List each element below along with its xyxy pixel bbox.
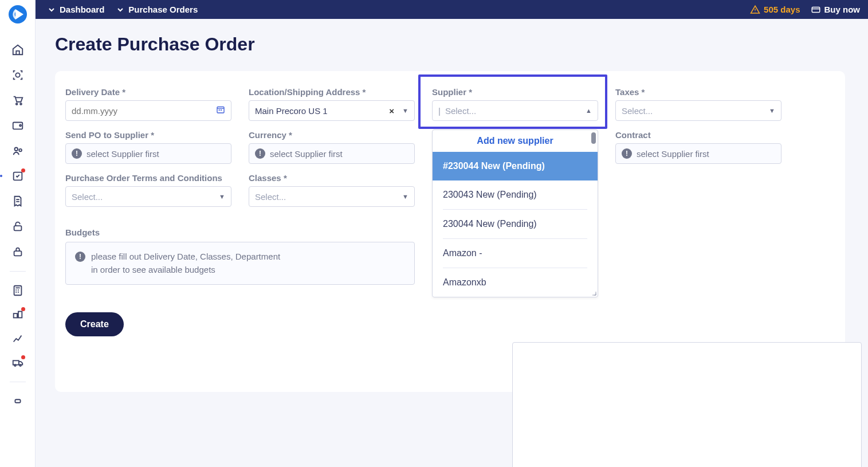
label-location: Location/Shipping Address * <box>249 87 415 97</box>
svg-point-7 <box>19 149 22 152</box>
receipt-icon[interactable] <box>11 194 25 208</box>
add-new-supplier-link[interactable]: Add new supplier <box>433 130 598 152</box>
delivery-date-input[interactable] <box>65 100 231 121</box>
trial-warning[interactable]: 505 days <box>750 5 800 15</box>
taxes-select[interactable]: Select... ▼ <box>615 100 781 121</box>
more-icon[interactable] <box>11 394 25 408</box>
resize-grip-icon[interactable] <box>590 289 596 296</box>
delivery-date-text[interactable] <box>72 106 211 116</box>
chevron-down-icon: ▼ <box>219 193 225 200</box>
field-delivery-date: Delivery Date * <box>65 87 231 121</box>
supplier-option[interactable]: #230044 New (Pending) <box>433 152 598 180</box>
home-icon[interactable] <box>11 43 25 57</box>
chevron-down-icon: ▼ <box>402 193 409 200</box>
clear-icon[interactable]: × <box>386 106 398 116</box>
inventory-icon[interactable] <box>11 308 25 321</box>
chevron-down-icon: ▼ <box>769 107 775 114</box>
warning-text: 505 days <box>764 5 800 14</box>
contract-input: ! select Supplier first <box>615 143 781 164</box>
create-button[interactable]: Create <box>65 312 124 336</box>
field-supplier: Supplier * | Select... ▲ Add new supplie… <box>432 87 598 121</box>
budgets-label: Budgets <box>65 227 415 237</box>
supplier-cursor: | <box>438 106 441 116</box>
divider <box>10 382 26 382</box>
field-send-po: Send PO to Supplier * ! select Supplier … <box>65 130 231 164</box>
label-delivery-date: Delivery Date * <box>65 87 231 97</box>
svg-point-6 <box>14 148 18 151</box>
currency-text: select Supplier first <box>270 149 343 159</box>
label-contract: Contract <box>615 130 781 140</box>
svg-rect-18 <box>812 7 820 12</box>
brand-logo[interactable] <box>7 4 28 25</box>
label-taxes: Taxes * <box>615 87 781 97</box>
card-icon <box>811 5 821 15</box>
scan-icon[interactable] <box>11 68 25 82</box>
supplier-option[interactable]: 230044 New (Pending) <box>433 210 598 238</box>
send-po-text: select Supplier first <box>87 149 159 159</box>
supplier-option[interactable]: Amazon - <box>433 239 598 268</box>
shipping-icon[interactable] <box>11 356 25 370</box>
field-currency: Currency * ! select Supplier first <box>249 130 415 164</box>
contract-text: select Supplier first <box>637 149 709 159</box>
chevron-up-icon: ▲ <box>586 107 592 114</box>
page-title: Create Purchase Order <box>55 34 845 55</box>
reports-icon[interactable] <box>11 332 25 346</box>
info-icon: ! <box>622 148 632 159</box>
breadcrumb-po[interactable]: Purchase Orders <box>117 5 198 14</box>
terms-placeholder: Select... <box>72 192 214 202</box>
location-select[interactable]: Main Precoro US 1 × ▼ <box>249 100 415 121</box>
breadcrumb-label: Purchase Orders <box>128 5 198 14</box>
supplier-highlight-box: Supplier * | Select... ▲ Add new supplie… <box>418 74 607 129</box>
breadcrumb-label: Dashboard <box>60 5 104 14</box>
cart-icon[interactable] <box>11 93 25 107</box>
top-bar: Dashboard Purchase Orders 505 days Buy n… <box>36 0 868 19</box>
people-icon[interactable] <box>11 144 25 158</box>
wallet-icon[interactable] <box>11 119 25 132</box>
calendar-icon[interactable] <box>216 105 225 116</box>
info-icon: ! <box>255 148 265 159</box>
field-taxes: Taxes * Select... ▼ <box>615 87 781 121</box>
budgets-line1: please fill out Delivery Date, Classes, … <box>91 250 280 264</box>
terms-select[interactable]: Select... ▼ <box>65 186 231 207</box>
svg-rect-12 <box>13 313 17 317</box>
po-icon[interactable] <box>11 169 25 183</box>
warning-icon <box>750 5 760 15</box>
lock-icon[interactable] <box>11 245 25 258</box>
main-area: Create Purchase Order Delivery Date * Lo… <box>36 19 868 467</box>
chevron-down-icon: ▼ <box>402 107 409 114</box>
info-icon: ! <box>75 252 85 262</box>
field-contract: Contract ! select Supplier first <box>615 130 781 164</box>
label-supplier: Supplier * <box>432 87 598 97</box>
breadcrumb-dashboard[interactable]: Dashboard <box>48 5 104 14</box>
budgets-section: Budgets ! please fill out Delivery Date,… <box>65 227 415 285</box>
svg-rect-21 <box>221 109 222 111</box>
send-po-input: ! select Supplier first <box>65 143 231 164</box>
taxes-placeholder: Select... <box>622 106 764 116</box>
note-textarea[interactable] <box>512 342 862 467</box>
svg-point-3 <box>20 103 22 105</box>
scroll-handle[interactable] <box>591 132 596 144</box>
svg-point-2 <box>15 103 17 105</box>
left-sidebar <box>0 0 36 467</box>
svg-rect-20 <box>219 109 220 111</box>
svg-rect-17 <box>15 399 20 403</box>
calc-icon[interactable] <box>11 284 25 297</box>
label-classes: Classes * <box>249 173 415 183</box>
svg-point-1 <box>15 73 19 77</box>
lock-open-icon[interactable] <box>11 219 25 233</box>
label-send-po: Send PO to Supplier * <box>65 130 231 140</box>
budgets-info-box: ! please fill out Delivery Date, Classes… <box>65 242 415 285</box>
chevron-down-icon <box>117 6 124 13</box>
buy-now-label: Buy now <box>824 5 861 14</box>
buy-now-button[interactable]: Buy now <box>811 5 861 15</box>
supplier-option[interactable]: Amazonxb <box>433 268 598 297</box>
budgets-line2: in order to see available budgets <box>91 264 280 277</box>
supplier-select[interactable]: | Select... ▲ <box>432 100 598 121</box>
info-icon: ! <box>72 148 82 159</box>
field-classes: Classes * Select... ▼ <box>249 173 415 207</box>
label-currency: Currency * <box>249 130 415 140</box>
classes-select[interactable]: Select... ▼ <box>249 186 415 207</box>
svg-rect-13 <box>18 312 21 318</box>
supplier-option[interactable]: 230043 New (Pending) <box>433 180 598 209</box>
label-terms: Purchase Order Terms and Conditions <box>65 173 231 183</box>
